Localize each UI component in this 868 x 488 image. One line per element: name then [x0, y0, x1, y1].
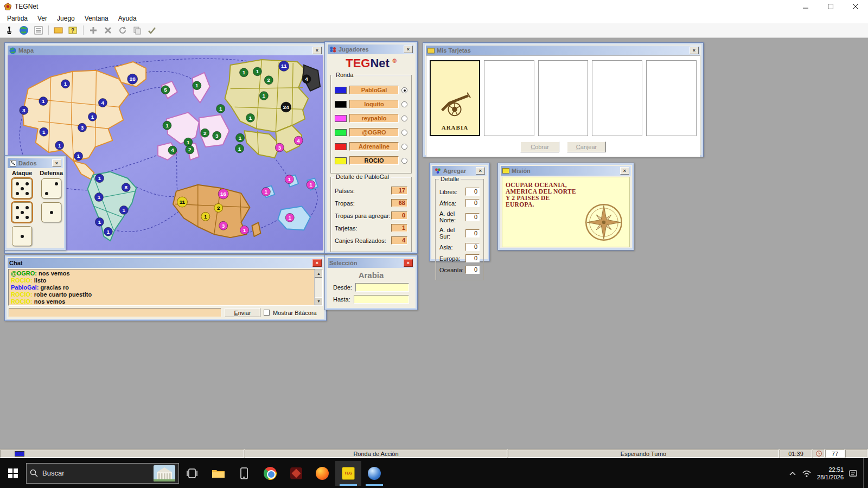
army-count: 8 [124, 184, 127, 190]
tarjetas-title-bar[interactable]: Mis Tarjetas × [426, 46, 700, 55]
empty-card-slot[interactable] [592, 60, 642, 136]
detail-row: Asia:0 [439, 243, 480, 251]
player-turn-radio[interactable] [401, 115, 407, 121]
send-button[interactable]: Enviar [225, 308, 260, 317]
empty-card-slot[interactable] [538, 60, 589, 136]
network-icon[interactable] [802, 470, 812, 477]
window-dados: Dados × Ataque Defensa [4, 155, 66, 251]
detail-label: Tropas: [335, 200, 391, 207]
menu-juego[interactable]: Juego [52, 14, 80, 23]
file-explorer-button[interactable] [205, 461, 231, 486]
detail-value-field: 0 [465, 254, 480, 262]
task-view-button[interactable] [179, 461, 205, 486]
detail-value-field: 0 [465, 266, 480, 274]
menu-ayuda[interactable]: Ayuda [113, 14, 142, 23]
tegnet-globe-button[interactable] [361, 461, 387, 486]
menu-partida[interactable]: Partida [2, 14, 33, 23]
army-count: 1 [204, 214, 207, 220]
minimize-button[interactable] [793, 0, 818, 13]
cards-icon[interactable] [52, 24, 65, 36]
menu-ventana[interactable]: Ventana [80, 14, 113, 23]
chat-close-button[interactable]: × [312, 259, 322, 267]
chat-input[interactable] [9, 308, 221, 317]
chat-scrollbar[interactable]: ▲ ▼ [314, 269, 322, 305]
show-desktop-strip[interactable] [863, 458, 866, 488]
ronda-groupbox: Ronda PabloGalloquitoreypablo@OGROAdrena… [330, 75, 412, 174]
connect-icon[interactable] [3, 24, 16, 36]
taskbar-search[interactable]: Buscar [26, 463, 179, 484]
empty-card-slot[interactable] [484, 60, 534, 136]
tarjetas-close-button[interactable]: × [690, 47, 699, 54]
status-bar: Ronda de Acción Esperando Turno 01:39 77 [0, 449, 868, 458]
seleccion-close-button[interactable]: × [404, 259, 413, 267]
refresh-icon[interactable] [116, 24, 129, 36]
phone-button[interactable] [231, 461, 257, 486]
window-chat: Chat × @OGRO: nos vemosROCIO: listoPablo… [4, 255, 327, 321]
jugadores-title-bar[interactable]: Jugadores × [328, 44, 414, 54]
cancel-icon[interactable] [101, 24, 114, 36]
cards-row: ARABIA [430, 60, 697, 136]
army-count: 4 [171, 147, 174, 153]
card-help-icon[interactable]: ? [67, 24, 80, 36]
agregar-detalle-groupbox: Detalle Libres:0África:0A. del Norte:0A.… [435, 179, 484, 280]
army-count: 1 [249, 115, 252, 121]
firefox-button[interactable] [309, 461, 335, 486]
action-center-icon[interactable] [849, 470, 858, 477]
window-mision: Misión × OCUPAR OCEANIA, AMERICA DEL NOR… [497, 163, 634, 251]
show-log-checkbox[interactable] [264, 310, 270, 316]
mision-title: Misión [512, 168, 531, 174]
agregar-list: Libres:0África:0A. del Norte:0A. del Sur… [438, 188, 481, 274]
scroll-down-icon[interactable]: ▼ [315, 297, 323, 305]
red-app-button[interactable] [283, 461, 309, 486]
tegnet-globe-icon [368, 467, 381, 480]
jugadores-close-button[interactable]: × [404, 46, 413, 53]
desde-field[interactable] [355, 283, 409, 292]
country-card[interactable]: ARABIA [430, 60, 480, 136]
start-button[interactable] [0, 461, 26, 486]
chat-title-bar[interactable]: Chat × [8, 258, 323, 268]
player-turn-radio[interactable] [401, 144, 407, 150]
player-name-field: loquito [349, 100, 399, 108]
scroll-up-icon[interactable]: ▲ [315, 269, 323, 278]
seleccion-title-bar[interactable]: Selección × [328, 258, 414, 268]
player-turn-radio[interactable] [401, 130, 407, 136]
maximize-button[interactable] [818, 0, 843, 13]
canjear-button[interactable]: Canjear [567, 142, 606, 152]
card-icon [427, 47, 435, 54]
mision-close-button[interactable]: × [620, 167, 629, 175]
dados-close-button[interactable]: × [52, 159, 61, 167]
globe-icon[interactable] [17, 24, 30, 36]
close-button[interactable] [843, 0, 868, 13]
agregar-title-bar[interactable]: Agregar × [432, 166, 487, 176]
player-turn-radio[interactable] [401, 87, 407, 93]
search-highlight-image[interactable] [154, 465, 175, 481]
teg-taskbar-button[interactable]: TEG [335, 461, 361, 486]
detail-label: Canjes Realizados: [335, 237, 391, 244]
task-view-icon [186, 468, 198, 479]
confirm-icon[interactable] [145, 24, 158, 36]
detail-value-field: 0 [465, 213, 480, 221]
player-turn-radio[interactable] [401, 101, 407, 107]
player-color-swatch [335, 87, 347, 94]
mision-title-bar[interactable]: Misión × [501, 166, 631, 176]
hasta-field[interactable] [354, 295, 409, 304]
players-list-icon[interactable] [32, 24, 45, 36]
player-turn-radio[interactable] [401, 158, 407, 164]
army-count: 1 [98, 194, 101, 200]
chrome-button[interactable] [257, 461, 283, 486]
dados-title-bar[interactable]: Dados × [8, 158, 63, 168]
copy-icon[interactable] [131, 24, 144, 36]
taskbar-clock[interactable]: 22:51 28/1/2026 [817, 466, 844, 481]
mapa-close-button[interactable]: × [312, 47, 322, 54]
mapa-title-bar[interactable]: Mapa × [8, 46, 323, 55]
army-count: 1 [309, 182, 312, 188]
agregar-close-button[interactable]: × [476, 167, 485, 175]
tray-chevron-icon[interactable] [789, 471, 796, 476]
menu-ver[interactable]: Ver [33, 14, 52, 23]
add-troops-icon[interactable] [87, 24, 100, 36]
empty-card-slot[interactable] [646, 60, 697, 136]
dots-icon [434, 168, 441, 175]
cobrar-button[interactable]: Cobrar [520, 142, 559, 152]
detail-row: Europa:0 [439, 254, 480, 262]
player-row: @OGRO [335, 128, 407, 137]
